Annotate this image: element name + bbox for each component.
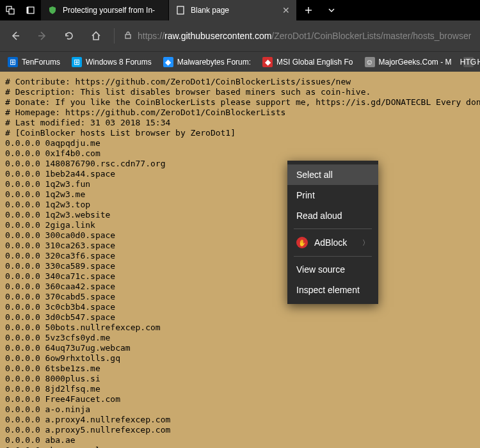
- chevron-right-icon: 〉: [362, 238, 369, 248]
- bookmark-icon: ⊞: [8, 57, 18, 67]
- page-icon: [175, 5, 186, 15]
- titlebar: Protecting yourself from In- Blank page …: [0, 0, 480, 20]
- menu-item-label: Select all: [296, 170, 333, 180]
- bookmark-icon: ◆: [262, 57, 273, 67]
- lock-icon: [124, 31, 132, 42]
- refresh-button[interactable]: [58, 24, 81, 47]
- tab-strip: Protecting yourself from In- Blank page …: [41, 0, 297, 20]
- bookmark-label: TenForums: [22, 58, 60, 67]
- bookmark-item[interactable]: ⊞TenForums: [3, 53, 65, 71]
- tab-chevron-icon[interactable]: [320, 0, 343, 20]
- tab-0[interactable]: Protecting yourself from In-: [41, 0, 169, 20]
- svg-rect-9: [125, 35, 131, 38]
- menu-item-label: Inspect element: [296, 285, 360, 295]
- separator: [114, 28, 115, 44]
- svg-rect-4: [177, 6, 184, 14]
- context-menu-item[interactable]: ✋AdBlock〉: [287, 232, 378, 253]
- tab-title: Protecting yourself from In-: [63, 6, 162, 15]
- bookmark-label: Malwarebytes Forum:: [177, 58, 251, 67]
- menu-item-label: View source: [296, 264, 345, 275]
- home-button[interactable]: [84, 24, 108, 47]
- bookmark-label: Windows 8 Forums: [86, 58, 152, 67]
- context-menu-item[interactable]: Read aloud: [287, 205, 378, 226]
- bookmarks-bar: ⊞TenForums⊞Windows 8 Forums◆Malwarebytes…: [0, 51, 480, 72]
- forward-button[interactable]: [31, 24, 54, 47]
- svg-rect-1: [9, 9, 14, 14]
- menu-item-label: Print: [296, 190, 315, 200]
- context-menu-item[interactable]: Inspect element: [287, 280, 378, 300]
- url-text: https://raw.githubusercontent.com/ZeroDo…: [138, 31, 471, 41]
- bookmark-item[interactable]: HTGHow-T: [458, 53, 480, 71]
- menu-item-label: AdBlock: [314, 237, 347, 248]
- navbar: https://raw.githubusercontent.com/ZeroDo…: [0, 20, 480, 51]
- context-menu-item[interactable]: View source: [287, 259, 378, 280]
- set-aside-icon[interactable]: [20, 0, 41, 20]
- bookmark-label: How-T: [477, 58, 480, 67]
- window-cascade-icon[interactable]: [0, 0, 20, 20]
- menu-separator: [294, 256, 372, 257]
- shield-icon: [47, 5, 58, 15]
- context-menu-item[interactable]: Print: [287, 185, 378, 205]
- menu-separator: [294, 228, 372, 229]
- bookmark-icon: ◆: [163, 57, 173, 67]
- tab-title: Blank page: [191, 6, 277, 15]
- bookmark-item[interactable]: ◆MSI Global English Fo: [257, 53, 358, 71]
- page-content[interactable]: # Contribute: https://github.com/ZeroDot…: [0, 72, 480, 448]
- menu-item-label: Read aloud: [296, 211, 342, 221]
- address-bar[interactable]: https://raw.githubusercontent.com/ZeroDo…: [121, 31, 476, 42]
- bookmark-item[interactable]: ⊞Windows 8 Forums: [67, 53, 157, 71]
- bookmark-label: MajorGeeks.Com - M: [379, 58, 452, 67]
- context-menu-item[interactable]: Select all: [287, 164, 378, 185]
- adblock-icon: ✋: [296, 237, 308, 248]
- context-menu: Select allPrintRead aloud✋AdBlock〉View s…: [287, 161, 378, 304]
- back-button[interactable]: [4, 24, 27, 47]
- bookmark-label: MSI Global English Fo: [276, 58, 353, 67]
- tab-1[interactable]: Blank page ✕: [169, 0, 297, 20]
- bookmark-item[interactable]: ◆Malwarebytes Forum:: [158, 53, 256, 71]
- bookmark-icon: ☺: [365, 57, 375, 67]
- bookmark-icon: HTG: [463, 57, 474, 67]
- new-tab-button[interactable]: [297, 0, 320, 20]
- close-icon[interactable]: ✕: [282, 5, 290, 15]
- bookmark-item[interactable]: ☺MajorGeeks.Com - M: [360, 53, 457, 71]
- bookmark-icon: ⊞: [72, 57, 82, 67]
